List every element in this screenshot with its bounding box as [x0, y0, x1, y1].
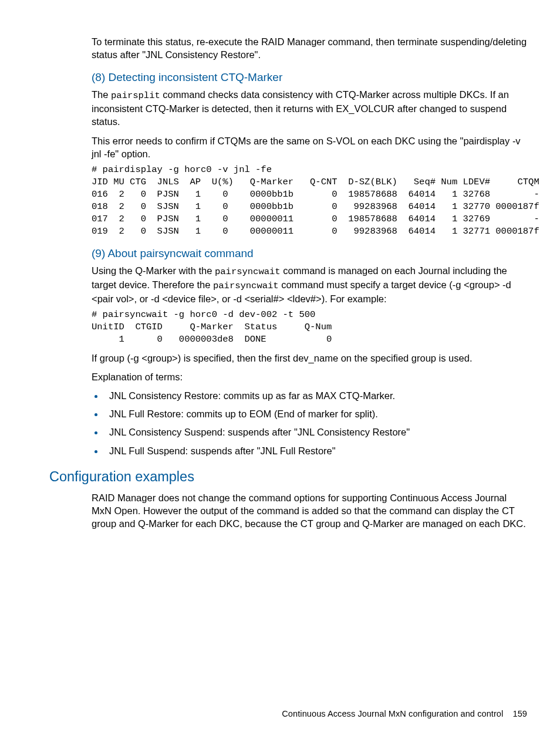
section-8-code-block: # pairdisplay -g horc0 -v jnl -fe JID MU…: [92, 164, 527, 238]
section-8-p1: The pairsplit command checks data consis…: [92, 88, 527, 128]
list-item: JNL Consistency Restore: commits up as f…: [104, 389, 527, 402]
section-9-p3: Explanation of terms:: [92, 370, 527, 383]
section-9-code-block: # pairsyncwait -g horc0 -d dev-002 -t 50…: [92, 309, 527, 346]
code-inline-pairsplit: pairsplit: [111, 90, 160, 101]
page-container: To terminate this status, re-execute the…: [0, 0, 560, 746]
page-footer: Continuous Access Journal MxN configurat…: [282, 708, 527, 720]
section-8-heading: (8) Detecting inconsistent CTQ-Marker: [92, 70, 527, 85]
code-inline-pairsyncwait-2: pairsyncwait: [213, 281, 279, 291]
terms-list: JNL Consistency Restore: commits up as f…: [92, 389, 527, 457]
text-run: Using the Q-Marker with the: [92, 265, 215, 276]
list-item: JNL Full Restore: commits up to EOM (End…: [104, 407, 527, 420]
section-9: (9) About pairsyncwait command Using the…: [92, 246, 527, 457]
code-inline-pairsyncwait-1: pairsyncwait: [215, 266, 281, 277]
config-section: Configuration examples RAID Manager does…: [49, 468, 527, 531]
section-9-p1: Using the Q-Marker with the pairsyncwait…: [92, 264, 527, 305]
intro-block: To terminate this status, re-execute the…: [92, 35, 527, 62]
section-8: (8) Detecting inconsistent CTQ-Marker Th…: [92, 70, 527, 238]
section-9-heading: (9) About pairsyncwait command: [92, 246, 527, 261]
section-9-p2: If group (-g <group>) is specified, then…: [92, 352, 527, 364]
intro-paragraph: To terminate this status, re-execute the…: [92, 35, 527, 62]
list-item: JNL Consistency Suspend: suspends after …: [104, 425, 527, 438]
config-p1: RAID Manager does not change the command…: [92, 491, 527, 531]
config-heading: Configuration examples: [49, 468, 527, 487]
page-number: 159: [513, 709, 528, 718]
list-item: JNL Full Suspend: suspends after "JNL Fu…: [104, 444, 527, 457]
section-8-p2: This error needs to confirm if CTQMs are…: [92, 134, 527, 161]
text-run: The: [92, 89, 111, 100]
footer-text: Continuous Access Journal MxN configurat…: [282, 709, 503, 718]
